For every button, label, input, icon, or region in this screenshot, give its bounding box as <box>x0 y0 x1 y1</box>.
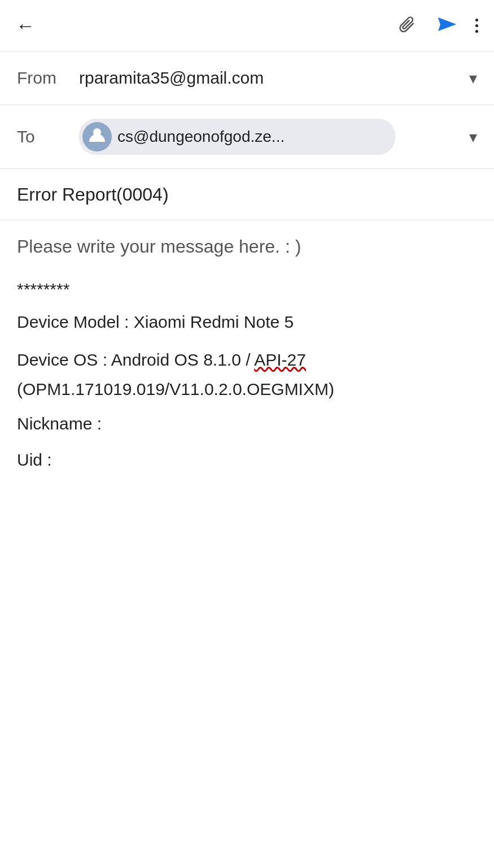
device-build-line: (OPM1.171019.019/V11.0.2.0.OEGMIXM) <box>17 376 477 403</box>
toolbar-left: ← <box>16 16 35 35</box>
more-dot-2 <box>475 24 478 27</box>
from-row: From rparamita35@gmail.com ▾ <box>0 51 494 105</box>
to-label: To <box>17 127 79 146</box>
to-email: cs@dungeonofgod.ze... <box>117 128 285 146</box>
more-dot-3 <box>475 30 478 33</box>
attach-icon[interactable] <box>396 14 417 37</box>
subject-row[interactable]: Error Report(0004) <box>0 169 494 220</box>
device-os-text-pre: Device OS : Android OS 8.1.0 / <box>17 350 254 369</box>
subject-text: Error Report(0004) <box>17 184 169 205</box>
to-chevron-icon[interactable]: ▾ <box>469 128 477 146</box>
toolbar: ← <box>0 0 494 51</box>
device-model-line: Device Model : Xiaomi Redmi Note 5 <box>17 309 477 336</box>
nickname-line: Nickname : <box>17 414 477 433</box>
toolbar-right <box>396 13 478 38</box>
send-button[interactable] <box>435 13 457 38</box>
device-model-block: Device Model : Xiaomi Redmi Note 5 <box>17 309 477 336</box>
message-placeholder: Please write your message here. : ) <box>17 236 477 257</box>
uid-line: Uid : <box>17 450 477 470</box>
avatar <box>82 122 112 151</box>
stars-line: ******** <box>17 280 477 299</box>
attach-svg <box>396 14 417 34</box>
body-area[interactable]: Please write your message here. : ) ****… <box>0 220 494 485</box>
api-text: API-27 <box>254 350 306 369</box>
to-chip[interactable]: cs@dungeonofgod.ze... <box>79 119 395 155</box>
more-button[interactable] <box>475 19 478 33</box>
device-os-line: Device OS : Android OS 8.1.0 / API-27 <box>17 347 477 374</box>
send-svg <box>435 13 457 36</box>
svg-marker-1 <box>438 18 456 24</box>
person-icon <box>88 126 106 148</box>
from-email: rparamita35@gmail.com <box>79 68 462 88</box>
more-dot-1 <box>475 19 478 21</box>
to-row: To cs@dungeonofgod.ze... ▾ <box>0 105 494 168</box>
device-os-block: Device OS : Android OS 8.1.0 / API-27 (O… <box>17 347 477 403</box>
from-label: From <box>17 68 79 88</box>
back-button[interactable]: ← <box>16 16 35 35</box>
from-chevron-icon[interactable]: ▾ <box>469 69 477 88</box>
